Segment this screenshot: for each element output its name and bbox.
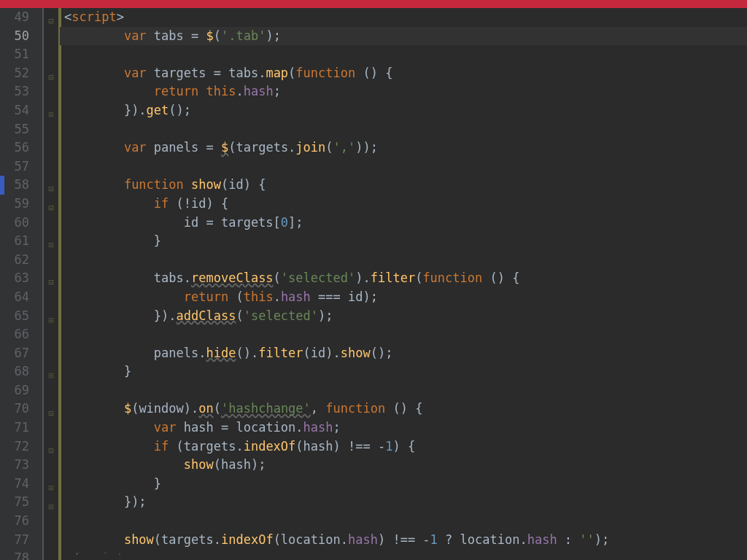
line-number[interactable]: 63 bbox=[0, 269, 42, 288]
code-token: = bbox=[206, 140, 221, 155]
line-number[interactable]: 64 bbox=[0, 288, 42, 307]
line-number[interactable]: 70 bbox=[0, 400, 42, 419]
line-number[interactable]: 67 bbox=[0, 344, 42, 363]
code-line[interactable]: if (!id) { bbox=[60, 195, 747, 214]
line-number[interactable]: 72 bbox=[0, 438, 42, 456]
code-token: = location. bbox=[221, 420, 303, 435]
code-token: $ bbox=[221, 140, 228, 155]
code-line[interactable]: panels.hide().filter(id).show(); bbox=[60, 344, 747, 363]
fold-column[interactable]: ⊟⊟⊞⊟⊟⊞⊟⊞⊞⊟⊟⊞⊞⊞ bbox=[42, 8, 60, 560]
fold-close-icon[interactable]: ⊞ bbox=[47, 553, 55, 560]
line-number[interactable]: 66 bbox=[0, 325, 42, 344]
code-line[interactable]: } bbox=[60, 362, 747, 381]
line-number[interactable]: 49 bbox=[0, 8, 42, 27]
line-number-gutter[interactable]: 4950515253545556575859606162636465666768… bbox=[0, 8, 42, 560]
code-line[interactable]: show(hash); bbox=[60, 456, 747, 475]
line-number[interactable]: 58 bbox=[0, 176, 42, 195]
code-line[interactable]: return this.hash; bbox=[60, 82, 747, 101]
code-line[interactable]: <script> bbox=[60, 8, 747, 27]
code-line[interactable]: }); bbox=[60, 493, 747, 512]
code-token: } bbox=[154, 476, 161, 491]
code-line[interactable] bbox=[60, 512, 747, 531]
fold-open-icon[interactable]: ⊟ bbox=[47, 273, 55, 292]
line-number[interactable]: 50 bbox=[0, 27, 42, 46]
code-line[interactable] bbox=[60, 158, 747, 176]
code-token: $ bbox=[124, 401, 131, 416]
line-number[interactable]: 65 bbox=[0, 307, 42, 326]
code-line[interactable] bbox=[60, 120, 747, 139]
fold-open-icon[interactable]: ⊟ bbox=[47, 180, 55, 199]
code-line[interactable]: show(targets.indexOf(location.hash) !== … bbox=[60, 531, 747, 550]
code-line[interactable] bbox=[60, 381, 747, 400]
code-line[interactable] bbox=[60, 325, 747, 344]
code-area[interactable]: <script> var tabs = $('.tab'); var targe… bbox=[60, 8, 747, 560]
fold-open-icon[interactable]: ⊟ bbox=[47, 69, 55, 88]
code-token: = tabs. bbox=[214, 66, 266, 80]
line-number[interactable]: 59 bbox=[0, 195, 42, 214]
line-number[interactable]: 55 bbox=[0, 120, 42, 139]
code-line[interactable]: var hash = location.hash; bbox=[60, 419, 747, 438]
fold-close-icon[interactable]: ⊞ bbox=[47, 479, 55, 498]
fold-open-icon[interactable]: ⊟ bbox=[47, 199, 55, 218]
code-editor[interactable]: 4950515253545556575859606162636465666768… bbox=[0, 8, 747, 560]
fold-close-icon[interactable]: ⊞ bbox=[47, 106, 55, 125]
line-number[interactable]: 69 bbox=[0, 381, 42, 400]
code-line[interactable]: tabs.removeClass('selected').filter(func… bbox=[60, 269, 747, 288]
code-token: function bbox=[325, 401, 385, 416]
fold-open-icon[interactable]: ⊟ bbox=[47, 405, 55, 424]
window-titlebar[interactable] bbox=[0, 0, 747, 8]
code-line[interactable]: function show(id) { bbox=[60, 176, 747, 195]
code-token bbox=[198, 84, 206, 98]
fold-close-icon[interactable]: ⊞ bbox=[47, 367, 55, 386]
fold-close-icon[interactable]: ⊞ bbox=[47, 498, 55, 517]
line-number[interactable]: 78 bbox=[0, 549, 42, 560]
fold-open-icon[interactable]: ⊟ bbox=[47, 12, 55, 31]
line-number[interactable]: 53 bbox=[0, 82, 42, 101]
fold-close-icon[interactable]: ⊞ bbox=[47, 236, 55, 255]
code-token: ) { bbox=[392, 439, 415, 454]
code-token: , bbox=[311, 401, 325, 416]
code-line[interactable]: }).addClass('selected'); bbox=[60, 307, 747, 326]
code-line[interactable]: }).get(); bbox=[60, 101, 747, 120]
fold-close-icon[interactable]: ⊞ bbox=[47, 311, 55, 330]
line-number[interactable]: 61 bbox=[0, 232, 42, 251]
code-token: ( bbox=[236, 308, 243, 323]
code-line[interactable]: } bbox=[60, 232, 747, 251]
code-token: 'selected' bbox=[244, 308, 318, 323]
line-number[interactable]: 75 bbox=[0, 493, 42, 512]
line-number[interactable]: 73 bbox=[0, 456, 42, 475]
line-number[interactable]: 60 bbox=[0, 214, 42, 233]
line-number[interactable]: 74 bbox=[0, 475, 42, 494]
line-number[interactable]: 51 bbox=[0, 45, 42, 64]
code-line[interactable]: } bbox=[60, 475, 747, 494]
code-token: panels bbox=[147, 140, 206, 155]
line-number[interactable]: 77 bbox=[0, 531, 42, 550]
code-token: > bbox=[117, 9, 124, 24]
code-token: . bbox=[236, 84, 243, 98]
line-number[interactable]: 57 bbox=[0, 158, 42, 176]
fold-open-icon[interactable]: ⊟ bbox=[47, 442, 55, 461]
code-token: function bbox=[124, 177, 184, 192]
line-number[interactable]: 52 bbox=[0, 64, 42, 83]
code-line[interactable] bbox=[60, 251, 747, 270]
line-number[interactable]: 76 bbox=[0, 512, 42, 531]
code-token: indexOf bbox=[244, 439, 296, 454]
code-token: (); bbox=[169, 103, 191, 117]
line-number[interactable]: 62 bbox=[0, 251, 42, 270]
code-line[interactable] bbox=[60, 45, 747, 64]
code-line[interactable]: $(window).on('hashchange', function () { bbox=[60, 400, 747, 419]
code-line[interactable]: id = targets[0]; bbox=[60, 214, 747, 233]
line-number[interactable]: 54 bbox=[0, 101, 42, 120]
line-number[interactable]: 56 bbox=[0, 139, 42, 158]
code-line[interactable]: var panels = $(targets.join(',')); bbox=[60, 139, 747, 158]
code-token: show bbox=[341, 346, 371, 360]
code-token: 1 bbox=[385, 439, 392, 454]
code-line[interactable]: var targets = tabs.map(function () { bbox=[60, 64, 747, 83]
code-line[interactable]: </script> bbox=[60, 549, 747, 555]
line-number[interactable]: 71 bbox=[0, 419, 42, 438]
code-line[interactable]: var tabs = $('.tab'); bbox=[60, 27, 747, 46]
code-line[interactable]: if (targets.indexOf(hash) !== -1) { bbox=[60, 438, 747, 456]
line-number[interactable]: 68 bbox=[0, 362, 42, 381]
code-token: this bbox=[244, 289, 274, 304]
code-line[interactable]: return (this.hash === id); bbox=[60, 288, 747, 307]
